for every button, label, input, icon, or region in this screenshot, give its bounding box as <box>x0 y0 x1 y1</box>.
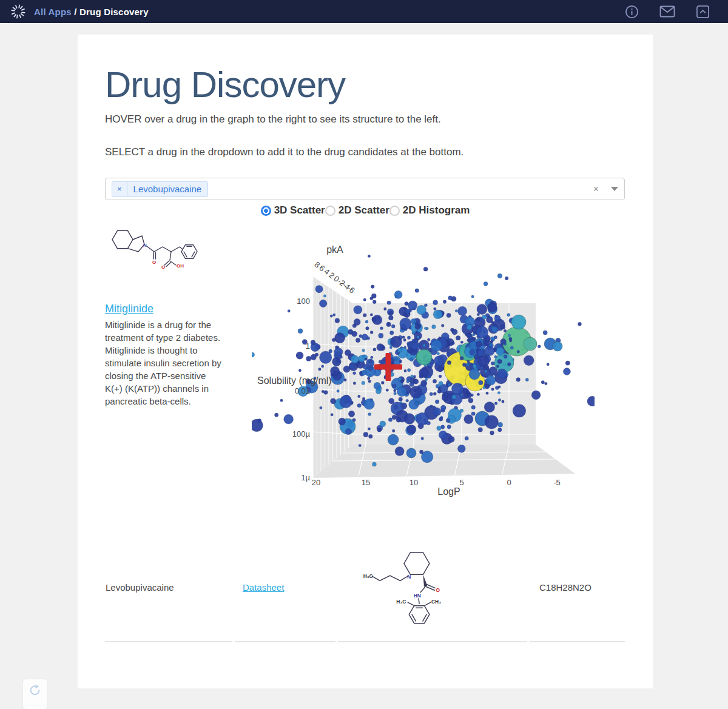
radio-dot-icon <box>389 206 400 216</box>
instruction-select: SELECT a drug in the dropdown to add it … <box>105 146 566 158</box>
radio-3d-scatter[interactable]: 3D Scatter <box>261 204 325 217</box>
chevron-down-icon[interactable] <box>611 187 618 191</box>
hovered-drug-name-link[interactable]: Mitiglinide <box>105 303 153 315</box>
drug-candidates-table: Levobupivacaine Datasheet H₃C N <box>105 533 625 642</box>
candidate-name-cell: Levobupivacaine <box>105 533 232 642</box>
dropdown-clear-icon[interactable]: × <box>593 184 599 194</box>
chip-remove-icon[interactable]: × <box>112 182 127 197</box>
radio-dot-icon <box>325 206 335 216</box>
breadcrumb: All Apps / Drug Discovery <box>34 7 149 17</box>
svg-text:100: 100 <box>297 297 310 306</box>
app-logo-spinner-icon <box>10 3 27 20</box>
atom-label: N <box>143 243 147 248</box>
svg-text:1µ: 1µ <box>301 473 310 482</box>
chip-label: Levobupivacaine <box>127 182 208 197</box>
radio-2d-histogram[interactable]: 2D Histogram <box>389 204 470 217</box>
atom-label: O <box>161 264 165 270</box>
pka-axis-title: pkA <box>326 244 343 255</box>
atom-label: CH₃ <box>431 599 441 605</box>
atom-label: N <box>407 574 411 580</box>
navbar: All Apps / Drug Discovery <box>0 0 728 24</box>
hovered-drug-description: Mitiglinide is a drug for the treatment … <box>105 318 223 408</box>
solubility-axis-title: Solubility (mg/ml) <box>257 375 332 386</box>
svg-text:5: 5 <box>459 478 463 487</box>
collapse-panel-icon[interactable] <box>696 5 710 19</box>
svg-text:0.01: 0.01 <box>295 386 310 395</box>
page-title: Drug Discovery <box>105 64 345 106</box>
svg-text:10: 10 <box>410 478 418 487</box>
candidate-datasheet-cell: Datasheet <box>235 533 335 642</box>
instruction-hover: HOVER over a drug in the graph to the ri… <box>105 113 566 126</box>
atom-label: H₃C <box>363 573 373 579</box>
svg-text:0: 0 <box>507 478 511 487</box>
atom-label: H₃C <box>396 599 406 605</box>
radio-2d-scatter[interactable]: 2D Scatter <box>325 204 389 217</box>
datasheet-link[interactable]: Datasheet <box>243 582 284 593</box>
scatter3d-plot[interactable]: 20151050-510010.01100µ1µ86420-2-4-6 pkA … <box>252 240 595 503</box>
svg-text:1: 1 <box>306 341 310 351</box>
mail-icon[interactable] <box>659 5 675 18</box>
radio-dot-selected-icon <box>261 206 271 216</box>
svg-text:15: 15 <box>362 478 370 487</box>
atom-label: O <box>152 260 156 265</box>
loading-indicator <box>23 679 47 709</box>
svg-text:-5: -5 <box>553 478 561 487</box>
plot-floor-pane <box>313 445 575 478</box>
svg-text:20: 20 <box>312 478 320 487</box>
breadcrumb-current-page: Drug Discovery <box>79 7 149 17</box>
chart-type-radio-group: 3D Scatter 2D Scatter 2D Histogram <box>78 204 653 217</box>
logp-axis-title: LogP <box>437 486 460 497</box>
breadcrumb-all-apps-link[interactable]: All Apps <box>34 7 72 17</box>
atom-label: O <box>436 587 440 593</box>
hovered-drug-structure-image: N O O OH <box>103 221 206 287</box>
candidate-structure-image: H₃C N O HN H₃C CH₃ <box>342 539 469 635</box>
selected-drug-chip: × Levobupivacaine <box>112 181 208 197</box>
svg-text:100µ: 100µ <box>292 429 311 439</box>
atom-label: HN <box>414 593 421 599</box>
info-icon[interactable] <box>625 5 639 19</box>
candidate-formula-cell: C18H28N2O <box>530 533 625 642</box>
candidate-structure-cell: H₃C N O HN H₃C CH₃ <box>338 533 527 642</box>
main-card: Drug Discovery HOVER over a drug in the … <box>78 35 653 688</box>
atom-label: OH <box>177 263 184 269</box>
refresh-spinner-icon <box>29 684 42 697</box>
drug-select-dropdown[interactable]: × Levobupivacaine × <box>105 178 625 200</box>
